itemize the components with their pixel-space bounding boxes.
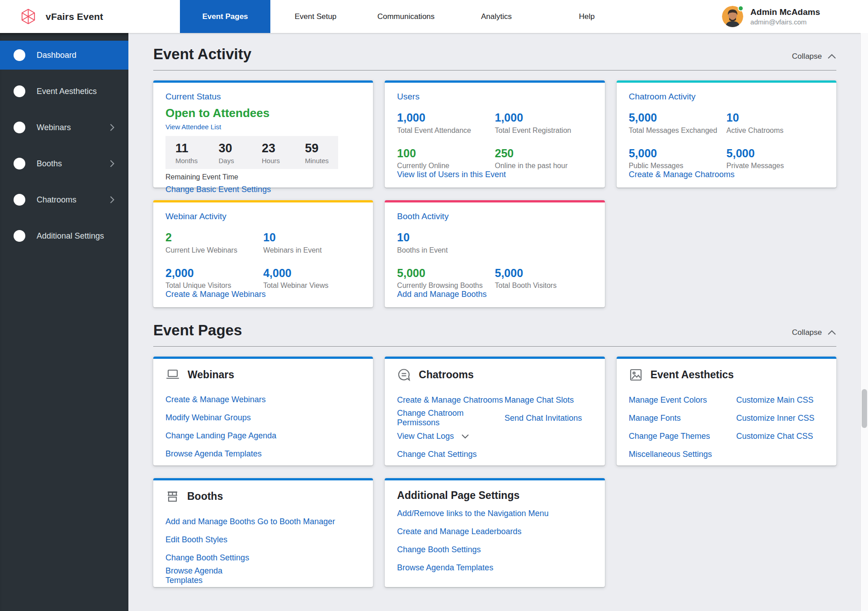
stat-webinars-in-event: 10 Webinars in Event [263,231,361,254]
send-chat-invitations-link[interactable]: Send Chat Invitations [505,409,593,427]
card-title: Users [397,92,592,102]
avatar [722,6,743,27]
go-to-booth-manager-link[interactable]: Go to Booth Manager [257,512,361,531]
card-title: Webinars [188,369,234,381]
sidebar-item-label: Event Aesthetics [37,87,97,96]
card-title: Event Aesthetics [651,369,734,381]
section-divider [153,346,836,347]
create-manage-chatrooms-link[interactable]: Create & Manage Chatrooms [629,170,735,179]
customize-inner-css-link[interactable]: Customize Inner CSS [736,409,824,427]
stat-value: 1,000 [397,112,495,124]
scrollbar[interactable] [860,33,868,611]
event-activity-cards: Current Status Open to Attendees View At… [153,80,836,307]
manage-event-colors-link[interactable]: Manage Event Colors [629,391,736,409]
webinar-activity-card: Webinar Activity 2 Current Live Webinars… [153,200,373,307]
create-manage-webinars-link[interactable]: Create & Manage Webinars [165,390,361,409]
stat-booths-in-event: 10 Booths in Event [397,231,495,254]
stat-value: 10 [263,231,361,244]
change-landing-page-agenda-link[interactable]: Change Landing Page Agenda [165,427,361,445]
links: Manage Event Colors Manage Fonts Change … [629,391,824,463]
user-menu[interactable]: Admin McAdams admin@vfairs.com [722,0,820,33]
tab-help[interactable]: Help [542,0,632,33]
chevron-right-icon [109,160,115,168]
stat-value: 2 [165,231,263,244]
browse-agenda-templates-link[interactable]: Browse Agenda Templates [165,445,361,463]
edit-booth-styles-link[interactable]: Edit Booth Styles [165,531,257,549]
customize-chat-css-link[interactable]: Customize Chat CSS [736,427,824,445]
add-manage-booths-link[interactable]: Add and Manage Booths [397,290,486,299]
browse-agenda-templates-link[interactable]: Browse Agenda Templates [397,559,592,577]
change-basic-event-settings-link[interactable]: Change Basic Event Settings [165,185,271,194]
links: Add/Remove links to the Navigation Menu … [397,504,592,577]
customize-main-css-link[interactable]: Customize Main CSS [736,391,824,409]
stat-value: 5,000 [726,147,824,160]
sidebar-item-webinars[interactable]: Webinars [0,113,128,142]
sidebar-item-label: Dashboard [37,51,76,60]
countdown-minutes: 59 Minutes [295,141,339,164]
create-manage-chatrooms-link[interactable]: Create & Manage Chatrooms [397,391,505,409]
tab-communications[interactable]: Communications [361,0,451,33]
countdown-caption: Remaining Event Time [165,173,361,181]
card-title: Booth Activity [397,212,592,221]
booths-bullet-icon [14,158,25,169]
countdown-value: 23 [262,141,295,155]
stat-label: Currently Browsing Booths [397,282,495,290]
chatrooms-page-card: Chatrooms Create & Manage Chatrooms Chan… [385,357,604,465]
event-countdown: 11 Months 30 Days 23 Hours 59 Minutes [165,136,338,169]
chevron-right-icon [109,196,115,204]
view-users-list-link[interactable]: View list of Users in this Event [397,170,506,179]
sidebar-item-dashboard[interactable]: Dashboard [0,41,128,70]
miscellaneous-settings-link[interactable]: Miscellaneous Settings [629,445,736,463]
sidebar-item-booths[interactable]: Booths [0,149,128,178]
stat-label: Total Webinar Views [263,282,361,290]
stat-private-messages: 5,000 Private Messages [726,147,824,170]
add-remove-nav-links-link[interactable]: Add/Remove links to the Navigation Menu [397,504,592,522]
stat-total-messages: 5,000 Total Messages Exchanged [629,112,726,135]
event-activity-collapse-button[interactable]: Collapse [792,52,836,63]
change-page-themes-link[interactable]: Change Page Themes [629,427,736,445]
countdown-value: 59 [305,141,339,155]
stat-total-attendance: 1,000 Total Event Attendance [397,112,495,135]
manage-fonts-link[interactable]: Manage Fonts [629,409,736,427]
tab-analytics[interactable]: Analytics [451,0,542,33]
change-chatroom-permissions-link[interactable]: Change Chatroom Permissons [397,409,505,427]
tab-event-pages[interactable]: Event Pages [180,0,270,33]
view-attendee-list-link[interactable]: View Attendee List [165,123,221,131]
tab-event-setup[interactable]: Event Setup [270,0,361,33]
stat-label: Webinars in Event [263,246,361,254]
sidebar-item-label: Webinars [37,123,71,132]
stat-current-live-webinars: 2 Current Live Webinars [165,231,263,254]
create-manage-webinars-link[interactable]: Create & Manage Webinars [165,290,266,299]
create-manage-leaderboards-link[interactable]: Create and Manage Leaderboards [397,522,592,540]
add-manage-booths-link[interactable]: Add and Manage Booths [165,512,257,531]
card-title: Additional Page Settings [397,489,519,502]
sidebar-item-event-aesthetics[interactable]: Event Aesthetics [0,77,128,106]
modify-webinar-groups-link[interactable]: Modify Webinar Groups [165,409,361,427]
change-chat-settings-link[interactable]: Change Chat Settings [397,445,505,463]
empty-grid-cell [617,200,836,307]
dashboard-bullet-icon [14,49,25,61]
stat-value: 1,000 [495,112,592,124]
change-booth-settings-link[interactable]: Change Booth Settings [397,540,592,559]
stat-value: 4,000 [263,267,361,280]
countdown-months: 11 Months [165,141,209,164]
event-status-value: Open to Attendees [165,106,361,120]
countdown-value: 30 [219,141,252,155]
event-aesthetics-page-card: Event Aesthetics Manage Event Colors Man… [617,357,836,465]
sidebar-item-additional-settings[interactable]: Additional Settings [0,221,128,250]
browse-agenda-templates-link[interactable]: Browse Agenda Templates [165,567,257,585]
scrollbar-thumb[interactable] [862,389,867,428]
booths-page-card: Booths Add and Manage Booths Edit Booth … [153,478,373,587]
change-booth-settings-link[interactable]: Change Booth Settings [165,549,257,567]
view-chat-logs-link[interactable]: View Chat Logs [397,427,505,445]
manage-chat-slots-link[interactable]: Manage Chat Slots [505,391,593,409]
sidebar-item-chatrooms[interactable]: Chatrooms [0,185,128,214]
users-card: Users 1,000 Total Event Attendance 1,000… [385,80,604,188]
stat-active-chatrooms: 10 Active Chatrooms [726,112,824,135]
countdown-unit: Minutes [305,157,339,164]
event-pages-section-header: Event Pages Collapse [153,322,836,339]
stat-label: Booths in Event [397,246,495,254]
stat-value: 5,000 [495,267,592,280]
event-pages-collapse-button[interactable]: Collapse [792,328,836,339]
chatroom-activity-card: Chatroom Activity 5,000 Total Messages E… [617,80,836,188]
